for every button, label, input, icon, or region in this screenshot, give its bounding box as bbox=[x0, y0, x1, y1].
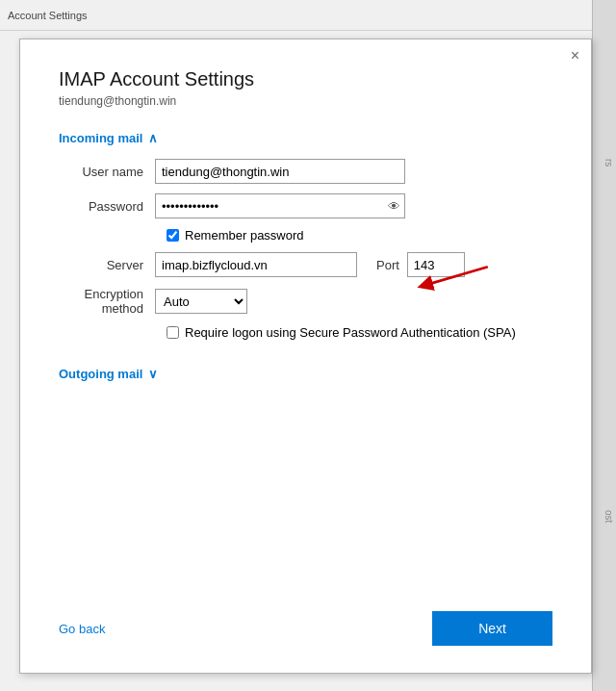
spa-label[interactable]: Require logon using Secure Password Auth… bbox=[185, 325, 516, 340]
title-bar-text: Account Settings bbox=[8, 10, 88, 21]
dialog: × IMAP Account Settings tiendung@thongti… bbox=[19, 38, 592, 674]
port-label: Port bbox=[376, 258, 399, 272]
incoming-mail-label: Incoming mail bbox=[59, 131, 142, 145]
encryption-row: Encryption method Auto SSL/TLS STARTTLS … bbox=[59, 287, 552, 316]
dialog-inner: IMAP Account Settings tiendung@thongtin.… bbox=[20, 39, 591, 673]
username-row: User name bbox=[59, 159, 552, 184]
password-input[interactable] bbox=[155, 193, 405, 218]
go-back-button[interactable]: Go back bbox=[59, 622, 105, 636]
remember-password-label[interactable]: Remember password bbox=[185, 228, 304, 243]
encryption-label: Encryption method bbox=[59, 287, 155, 316]
server-label: Server bbox=[59, 258, 155, 272]
outgoing-mail-label: Outgoing mail bbox=[59, 367, 142, 381]
incoming-mail-chevron: ∧ bbox=[148, 131, 158, 145]
dialog-close-button[interactable]: × bbox=[571, 47, 579, 64]
password-wrapper: 👁 bbox=[155, 193, 405, 218]
outgoing-mail-section: Outgoing mail ∨ bbox=[59, 367, 552, 381]
encryption-select[interactable]: Auto SSL/TLS STARTTLS None bbox=[155, 289, 247, 314]
side-label-rs: rs bbox=[603, 159, 614, 166]
port-input[interactable] bbox=[407, 252, 465, 277]
spa-checkbox[interactable] bbox=[167, 326, 179, 339]
outgoing-mail-section-header[interactable]: Outgoing mail ∨ bbox=[59, 367, 552, 381]
outgoing-mail-chevron: ∨ bbox=[148, 367, 158, 381]
remember-password-checkbox[interactable] bbox=[167, 229, 179, 242]
dialog-subtitle: tiendung@thongtin.win bbox=[59, 94, 552, 108]
side-panel-right: rs ost bbox=[592, 0, 616, 691]
incoming-mail-section-header[interactable]: Incoming mail ∧ bbox=[59, 131, 552, 145]
spacer bbox=[59, 381, 552, 596]
next-button[interactable]: Next bbox=[432, 611, 552, 646]
server-row: Server Port bbox=[59, 252, 552, 277]
show-password-icon[interactable]: 👁 bbox=[388, 199, 400, 214]
title-bar: Account Settings × bbox=[0, 0, 616, 31]
footer: Go back Next bbox=[59, 596, 552, 653]
spa-row: Require logon using Secure Password Auth… bbox=[167, 325, 552, 340]
password-label: Password bbox=[59, 199, 155, 214]
username-label: User name bbox=[59, 165, 155, 179]
dialog-title: IMAP Account Settings bbox=[59, 68, 552, 90]
window-frame: Account Settings × rs ost × IMAP Account… bbox=[0, 0, 616, 691]
side-label-ost: ost bbox=[603, 510, 614, 523]
username-input[interactable] bbox=[155, 159, 405, 184]
server-input[interactable] bbox=[155, 252, 357, 277]
remember-password-row: Remember password bbox=[167, 228, 552, 243]
password-row: Password 👁 bbox=[59, 193, 552, 218]
